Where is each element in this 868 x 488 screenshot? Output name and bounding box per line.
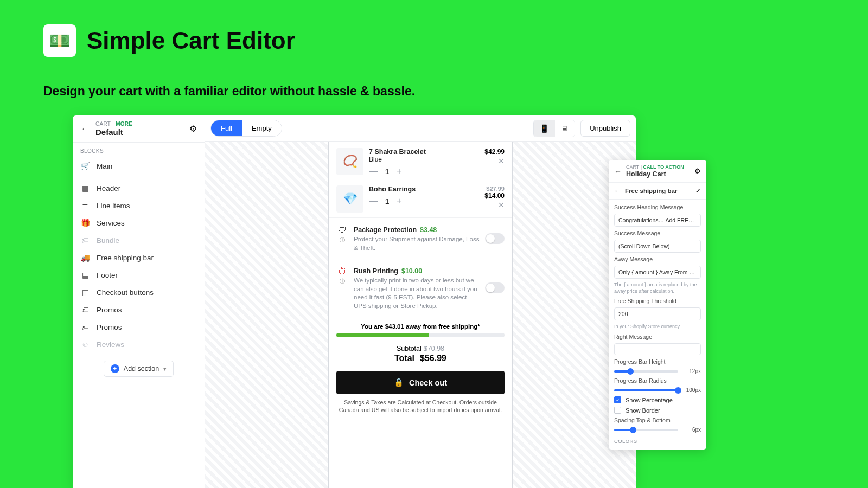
service-title: Rush Printing: [354, 267, 398, 275]
unpublish-button[interactable]: Unpublish: [580, 120, 630, 137]
block-icon: 🏷: [80, 236, 90, 245]
qty-minus[interactable]: —: [369, 166, 378, 176]
block-icon: ▤: [80, 271, 90, 279]
block-icon: ▥: [80, 288, 90, 297]
inspector-title: Holiday Cart: [626, 170, 690, 178]
sidebar-item-label: Promos: [97, 306, 122, 314]
lock-icon: 🔒: [394, 378, 404, 387]
sidebar-item-label: Line items: [97, 202, 130, 210]
sidebar-item[interactable]: 🚚Free shipping bar: [73, 249, 205, 266]
product-name: 7 Shakra Bracelet: [369, 148, 479, 156]
block-icon: ☺: [80, 340, 90, 349]
show-percentage-checkbox[interactable]: ✓Show Percentage: [614, 396, 701, 403]
service-icon: 🛡ⓘ: [336, 224, 348, 252]
sidebar-item-label: Services: [97, 219, 125, 227]
field-label: Success Heading Message: [614, 204, 701, 210]
add-section-button[interactable]: + Add section ▾: [104, 361, 174, 377]
price-old: $27.99: [484, 185, 505, 192]
sidebar: ← CART | MORE Default ⚙ BLOCKS 🛒Main▤Hea…: [73, 115, 205, 488]
block-icon: 🎁: [80, 219, 90, 227]
line-item: 📿7 Shakra BraceletBlue—1+$42.99✕: [329, 144, 512, 181]
sidebar-item[interactable]: ▤Footer: [73, 266, 205, 284]
qty-value: 1: [385, 197, 389, 206]
back-icon[interactable]: ←: [614, 167, 622, 176]
total-label: Total: [394, 354, 414, 363]
bar-height-slider[interactable]: [614, 370, 678, 373]
product-variant: Blue: [369, 156, 479, 163]
inspector-panel: ← CART | CALL TO ACTION Holiday Cart ⚙ ←…: [609, 160, 706, 450]
sidebar-item-label: Main: [97, 162, 112, 170]
sidebar-item[interactable]: ▤Header: [73, 179, 205, 197]
inspector-subheader[interactable]: ← Free shipping bar ✓: [609, 183, 706, 200]
totals: Subtotal$70.98 Total$56.99: [329, 343, 512, 368]
sidebar-item[interactable]: 🏷Promos: [73, 318, 205, 336]
bar-radius-value: 100px: [682, 387, 701, 393]
service-row: 🛡ⓘPackage Protection$3.48Protect your Sh…: [329, 217, 512, 259]
sidebar-item-label: Reviews: [97, 341, 124, 349]
service-desc: Protect your Shipment against Damage, Lo…: [354, 235, 480, 252]
line-item: 💎Boho Earrings—1+$27.99$14.00✕: [329, 181, 512, 217]
service-toggle[interactable]: [485, 282, 505, 293]
spacing-slider[interactable]: [614, 429, 678, 431]
show-border-checkbox[interactable]: Show Border: [614, 407, 701, 414]
device-segment: 📱 🖥: [533, 120, 575, 137]
editor-window: ← CART | MORE Default ⚙ BLOCKS 🛒Main▤Hea…: [73, 115, 636, 488]
right-message-input[interactable]: [614, 343, 701, 355]
field-label: Success Message: [614, 230, 701, 236]
field-label: Spacing Top & Bottom: [614, 417, 701, 423]
add-section-label: Add section: [124, 365, 159, 373]
field-hint: The { amount } area is replaced by the a…: [614, 282, 701, 294]
back-icon[interactable]: ←: [80, 123, 90, 134]
bar-height-value: 12px: [682, 368, 701, 374]
bar-radius-slider[interactable]: [614, 389, 678, 391]
service-row: ⏱ⓘRush Printing$10.00We typically print …: [329, 259, 512, 317]
gear-icon[interactable]: ⚙: [189, 124, 197, 134]
sidebar-item-label: Header: [97, 184, 120, 192]
sidebar-item[interactable]: 🛒Main: [73, 157, 205, 175]
mobile-icon[interactable]: 📱: [534, 120, 555, 137]
sidebar-item[interactable]: 🏷Promos: [73, 301, 205, 318]
field-label: Free Shipping Threshold: [614, 298, 701, 304]
qty-plus[interactable]: +: [397, 196, 401, 206]
view-empty-button[interactable]: Empty: [242, 120, 282, 136]
block-icon: ▤: [80, 184, 90, 192]
sidebar-item[interactable]: 🏷Bundle: [73, 232, 205, 249]
success-message-input[interactable]: (Scroll Down Below): [614, 240, 701, 253]
remove-icon[interactable]: ✕: [484, 201, 505, 209]
qty-plus[interactable]: +: [397, 166, 401, 176]
sidebar-item[interactable]: ☺Reviews: [73, 336, 205, 353]
gear-icon[interactable]: ⚙: [694, 167, 701, 175]
threshold-input[interactable]: 200: [614, 307, 701, 320]
cart-footer-note: Savings & Taxes are Calculated at Checko…: [329, 399, 512, 416]
service-title: Package Protection: [354, 226, 417, 234]
plus-icon: +: [111, 364, 119, 373]
spacing-value: 6px: [682, 427, 701, 433]
free-shipping-progress: [336, 333, 505, 337]
view-full-button[interactable]: Full: [211, 120, 242, 136]
service-toggle[interactable]: [485, 233, 505, 244]
sidebar-item[interactable]: ≣Line items: [73, 197, 205, 214]
sidebar-header: ← CART | MORE Default ⚙: [73, 115, 205, 143]
field-label: Progress Bar Radius: [614, 377, 701, 384]
service-price: $10.00: [401, 267, 422, 275]
checkout-button[interactable]: 🔒 Check out: [336, 371, 505, 394]
away-message-input[interactable]: Only { amount } Away From <strong>Fr: [614, 266, 701, 279]
breadcrumb: CART | MORE: [95, 121, 184, 127]
sidebar-section-label: BLOCKS: [73, 143, 205, 157]
remove-icon[interactable]: ✕: [484, 157, 505, 165]
sidebar-item-label: Promos: [97, 323, 122, 331]
inspector-header: ← CART | CALL TO ACTION Holiday Cart ⚙: [609, 160, 706, 183]
sidebar-item[interactable]: 🎁Services: [73, 214, 205, 232]
total-value: $56.99: [420, 354, 446, 363]
view-mode-segment: Full Empty: [210, 120, 282, 137]
sidebar-item-label: Footer: [97, 271, 118, 279]
block-icon: 🚚: [80, 253, 90, 262]
success-heading-input[interactable]: Congratulations… Add FREE $50 Gift C: [614, 214, 701, 227]
qty-minus[interactable]: —: [369, 196, 378, 206]
service-price: $3.48: [420, 226, 437, 234]
sidebar-item[interactable]: ▥Checkout buttons: [73, 284, 205, 301]
product-thumb: 💎: [336, 185, 363, 213]
sidebar-title: Default: [95, 127, 184, 137]
desktop-icon[interactable]: 🖥: [555, 120, 575, 137]
field-hint: In your Shopify Store currency...: [614, 324, 701, 330]
